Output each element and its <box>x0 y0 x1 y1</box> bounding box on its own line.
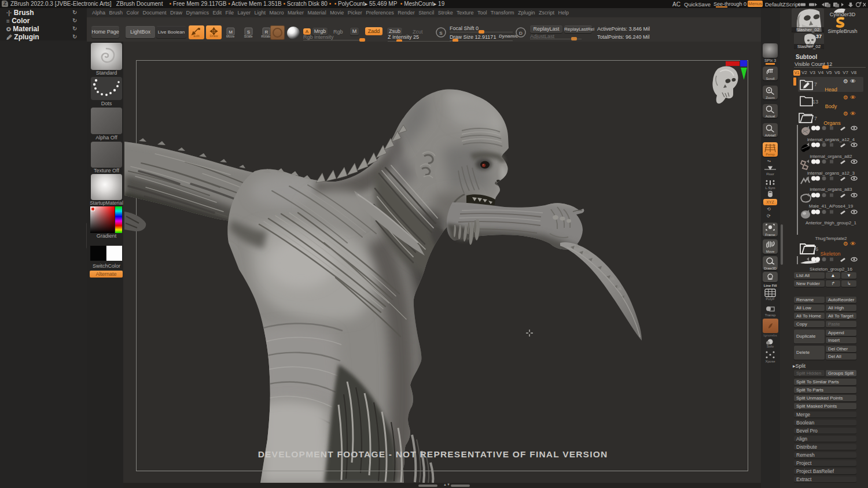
svg-text:DEVELOPMENT FOOTAGE - NOT REPR: DEVELOPMENT FOOTAGE - NOT REPRESENTATIVE… <box>258 449 608 459</box>
svg-text:M: M <box>229 29 233 35</box>
svg-text:S: S <box>439 31 442 36</box>
svg-text:S: S <box>247 29 250 35</box>
svg-text:D: D <box>519 31 523 36</box>
svg-text:R: R <box>265 29 269 35</box>
